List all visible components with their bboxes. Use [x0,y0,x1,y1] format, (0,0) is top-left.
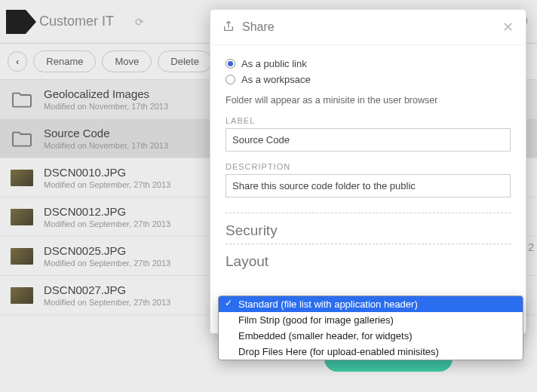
modal-header: Share ✕ [210,10,526,45]
modal-title: Share [242,20,502,34]
back-button[interactable]: ‹ [8,51,27,72]
label-input[interactable] [226,128,511,152]
file-text: Geolocalized ImagesModified on November,… [44,87,168,111]
file-name: DSCN0025.JPG [44,244,170,257]
folder-icon [11,130,33,148]
dropdown-option[interactable]: Drop Files Here (for upload-enabled mini… [219,344,523,360]
file-meta: Modified on September, 27th 2013 [44,298,170,307]
file-name: DSCN0010.JPG [44,166,170,179]
dropdown-option[interactable]: Standard (file list with application hea… [219,296,523,312]
file-name: DSCN0027.JPG [44,283,170,296]
file-meta: Modified on September, 27th 2013 [44,219,170,228]
side-count: 2 [528,241,534,253]
breadcrumb[interactable]: Customer IT [39,14,114,29]
image-thumbnail [11,287,33,304]
file-name: Source Code [44,127,168,139]
dropdown-option[interactable]: Embedded (smaller header, for widgets) [219,328,523,344]
image-thumbnail [11,170,33,186]
description-input[interactable] [226,174,511,198]
description-field-label: DESCRIPTION [226,162,511,171]
divider [226,213,511,213]
file-text: DSCN0027.JPGModified on September, 27th … [44,283,170,307]
folder-icon [11,90,33,109]
label-field-label: LABEL [226,116,511,125]
file-meta: Modified on September, 27th 2013 [44,259,170,268]
divider [226,243,511,244]
file-name: Geolocalized Images [44,87,168,100]
radio-icon [226,59,235,69]
file-text: Source CodeModified on November, 17th 20… [44,127,168,150]
close-icon[interactable]: ✕ [502,19,514,35]
radio-public-link[interactable]: As a public link [226,56,511,72]
dropdown-option[interactable]: Film Strip (good for image galleries) [219,312,523,328]
modal-hint: Folder will appear as a minisite in the … [226,87,511,116]
radio-public-label: As a public link [241,58,307,69]
section-security[interactable]: Security [226,222,511,239]
file-text: DSCN0012.JPGModified on September, 27th … [44,205,170,228]
share-icon [222,20,235,35]
file-meta: Modified on November, 17th 2013 [44,141,168,150]
refresh-icon[interactable]: ⟳ [135,16,144,28]
move-button[interactable]: Move [102,51,152,72]
share-modal: Share ✕ As a public link As a workpsace … [210,9,526,334]
radio-workspace[interactable]: As a workpsace [226,72,511,87]
file-text: DSCN0025.JPGModified on September, 27th … [44,244,170,268]
file-name: DSCN0012.JPG [44,205,170,218]
file-meta: Modified on September, 27th 2013 [44,180,170,189]
layout-dropdown[interactable]: Standard (file list with application hea… [218,296,523,360]
delete-button[interactable]: Delete [158,51,212,72]
image-thumbnail [11,248,33,265]
radio-icon [226,75,235,84]
file-text: DSCN0010.JPGModified on September, 27th … [44,166,170,189]
rename-button[interactable]: Rename [33,51,96,72]
nav-arrow-icon[interactable] [6,10,26,34]
radio-workspace-label: As a workpsace [241,74,311,85]
section-layout[interactable]: Layout [226,253,511,270]
image-thumbnail [11,209,33,225]
file-meta: Modified on November, 17th 2013 [44,102,168,111]
